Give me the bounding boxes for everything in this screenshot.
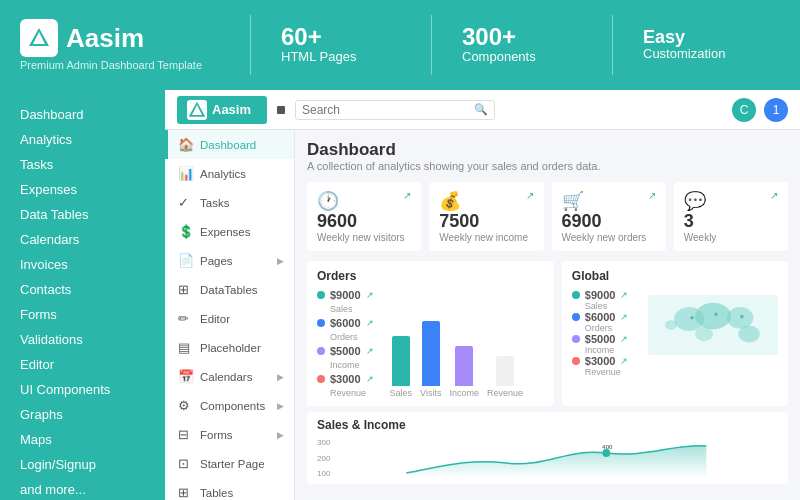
svg-point-5 xyxy=(665,320,677,330)
legend-arrow-revenue: ↗ xyxy=(366,374,374,384)
expenses-icon: 💲 xyxy=(178,224,194,239)
bar-chart: Sales Visits Income xyxy=(390,323,544,398)
legend-dot-revenue xyxy=(317,375,325,383)
orders-number: 6900 xyxy=(562,212,656,230)
sales-income-box: Sales & Income 300 200 100 xyxy=(307,412,788,484)
legend-val-income: $5000 xyxy=(330,345,361,357)
inner-sidebar-calendars[interactable]: 📅 Calendars ▶ xyxy=(165,362,294,391)
legend-label-revenue: Revenue xyxy=(330,388,374,398)
legend-revenue: $3000 ↗ xyxy=(317,373,374,385)
sidebar-item-contacts[interactable]: Contacts xyxy=(0,277,165,302)
global-legend-sales: $9000 ↗ xyxy=(572,289,642,301)
legend-val-orders: $6000 xyxy=(330,317,361,329)
bar-label-visits: Visits xyxy=(420,388,441,398)
legend-val-revenue: $3000 xyxy=(330,373,361,385)
orders-legend: $9000 ↗ Sales $6000 ↗ Orders xyxy=(317,289,374,398)
left-sidebar: Dashboard Analytics Tasks Expenses Data … xyxy=(0,90,165,500)
inner-sidebar-label-expenses: Expenses xyxy=(200,226,251,238)
bar-income: Income xyxy=(449,346,479,398)
legend-val-sales: $9000 xyxy=(330,289,361,301)
svg-point-9 xyxy=(603,449,611,457)
global-arrow-income: ↗ xyxy=(620,334,628,344)
global-val-revenue: $3000 xyxy=(585,355,616,367)
logo-area: Aasim Premium Admin Dashboard Template xyxy=(20,19,220,71)
inner-sidebar-components[interactable]: ⚙ Components ▶ xyxy=(165,391,294,420)
legend-arrow-orders: ↗ xyxy=(366,318,374,328)
tables-icon: ⊞ xyxy=(178,485,194,500)
svg-point-3 xyxy=(695,327,713,341)
orders-icon: 🛒 xyxy=(562,190,584,212)
visitors-icon: 🕐 xyxy=(317,190,339,212)
sidebar-item-invoices[interactable]: Invoices xyxy=(0,252,165,277)
inner-logo-icon xyxy=(187,100,207,120)
inner-header: Aasim 🔍 C 1 xyxy=(165,90,800,130)
stat-card-messages: 💬 ↗ 3 Weekly xyxy=(674,182,788,251)
calendars-arrow: ▶ xyxy=(277,372,284,382)
bar-visits: Visits xyxy=(420,321,441,398)
sidebar-item-login[interactable]: Login/Signup xyxy=(0,452,165,477)
inner-sidebar-dashboard[interactable]: 🏠 Dashboard xyxy=(165,130,294,159)
sidebar-item-validations[interactable]: Validations xyxy=(0,327,165,352)
inner-sidebar-tasks[interactable]: ✓ Tasks xyxy=(165,188,294,217)
line-chart-svg: 400 xyxy=(335,438,778,478)
global-legend: $9000 ↗ Sales $6000 ↗ Orders xyxy=(572,289,642,377)
global-arrow-sales: ↗ xyxy=(620,290,628,300)
sidebar-item-maps[interactable]: Maps xyxy=(0,427,165,452)
svg-point-4 xyxy=(738,326,760,343)
sidebar-item-ui-components[interactable]: UI Components xyxy=(0,377,165,402)
inner-sidebar-datatables[interactable]: ⊞ DataTables xyxy=(165,275,294,304)
global-dot-orders xyxy=(572,313,580,321)
income-number: 7500 xyxy=(439,212,533,230)
sidebar-item-data-tables[interactable]: Data Tables xyxy=(0,202,165,227)
sidebar-item-analytics[interactable]: Analytics xyxy=(0,127,165,152)
sidebar-item-calendars[interactable]: Calendars xyxy=(0,227,165,252)
logo-name: Aasim xyxy=(66,23,144,54)
inner-sidebar-label-components: Components xyxy=(200,400,265,412)
pages-arrow: ▶ xyxy=(277,256,284,266)
messages-icon: 💬 xyxy=(684,190,706,212)
header-icon-c[interactable]: C xyxy=(732,98,756,122)
sidebar-item-tasks[interactable]: Tasks xyxy=(0,152,165,177)
calendars-icon: 📅 xyxy=(178,369,194,384)
bottom-section: Orders $9000 ↗ Sales xyxy=(307,261,788,406)
inner-sidebar-tables[interactable]: ⊞ Tables xyxy=(165,478,294,500)
inner-sidebar-placeholder[interactable]: ▤ Placeholder xyxy=(165,333,294,362)
orders-label: Weekly new orders xyxy=(562,232,656,243)
sidebar-item-more[interactable]: and more... xyxy=(0,477,165,500)
inner-sidebar-expenses[interactable]: 💲 Expenses xyxy=(165,217,294,246)
inner-sidebar-editor[interactable]: ✏ Editor xyxy=(165,304,294,333)
components-icon: ⚙ xyxy=(178,398,194,413)
sidebar-item-editor[interactable]: Editor xyxy=(0,352,165,377)
pages-icon: 📄 xyxy=(178,253,194,268)
legend-income: $5000 ↗ xyxy=(317,345,374,357)
inner-sidebar-forms[interactable]: ⊟ Forms ▶ xyxy=(165,420,294,449)
sidebar-item-expenses[interactable]: Expenses xyxy=(0,177,165,202)
inner-sidebar-starter[interactable]: ⊡ Starter Page xyxy=(165,449,294,478)
dashboard-content: Dashboard A collection of analytics show… xyxy=(295,130,800,500)
components-arrow: ▶ xyxy=(277,401,284,411)
y-axis: 300 200 100 xyxy=(317,438,330,478)
search-box[interactable]: 🔍 xyxy=(295,100,495,120)
bar-revenue-rect xyxy=(496,356,514,386)
starter-icon: ⊡ xyxy=(178,456,194,471)
inner-sidebar-analytics[interactable]: 📊 Analytics xyxy=(165,159,294,188)
global-dot-sales xyxy=(572,291,580,299)
sales-income-title: Sales & Income xyxy=(317,418,778,432)
stat-card-income: 💰 ↗ 7500 Weekly new income xyxy=(429,182,543,251)
sidebar-item-graphs[interactable]: Graphs xyxy=(0,402,165,427)
search-input[interactable] xyxy=(302,103,474,117)
bar-label-revenue: Revenue xyxy=(487,388,523,398)
stat-card-orders: 🛒 ↗ 6900 Weekly new orders xyxy=(552,182,666,251)
global-val-orders: $6000 xyxy=(585,311,616,323)
sidebar-item-forms[interactable]: Forms xyxy=(0,302,165,327)
top-banner: Aasim Premium Admin Dashboard Template 6… xyxy=(0,0,800,90)
sidebar-item-dashboard[interactable]: Dashboard xyxy=(0,102,165,127)
bar-sales-rect xyxy=(392,336,410,386)
bar-income-rect xyxy=(455,346,473,386)
inner-sidebar-pages[interactable]: 📄 Pages ▶ xyxy=(165,246,294,275)
feature2-number: 300+ xyxy=(462,25,516,49)
income-icon: 💰 xyxy=(439,190,461,212)
logo-subtitle: Premium Admin Dashboard Template xyxy=(20,59,202,71)
main-area: Dashboard Analytics Tasks Expenses Data … xyxy=(0,90,800,500)
header-icon-notif[interactable]: 1 xyxy=(764,98,788,122)
